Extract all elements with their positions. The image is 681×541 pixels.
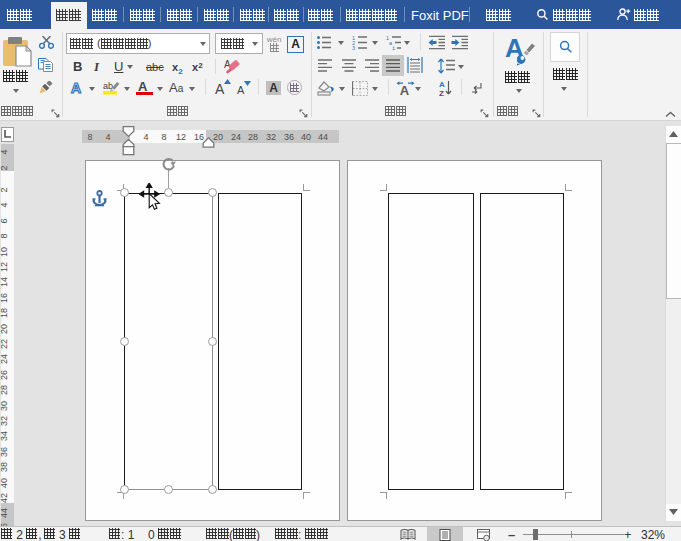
svg-text:A: A: [400, 83, 410, 96]
svg-text:3: 3: [352, 45, 355, 50]
svg-text:Z: Z: [439, 89, 444, 97]
svg-text:i: i: [392, 45, 396, 50]
